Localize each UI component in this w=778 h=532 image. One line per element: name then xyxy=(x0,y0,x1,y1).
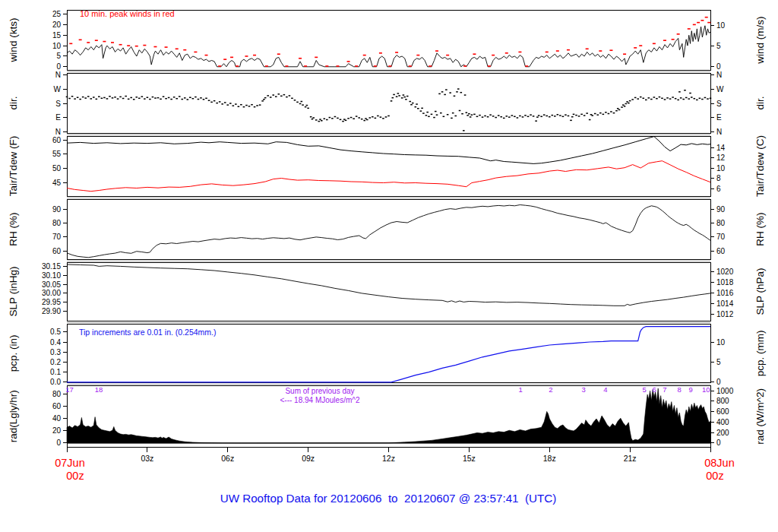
wind-direction-dot xyxy=(306,105,308,106)
wind-peak-dash xyxy=(325,65,328,67)
rad-left-tick-label: 80 xyxy=(52,390,62,398)
wind-peak-dash xyxy=(176,48,179,49)
wind-direction-dot xyxy=(707,98,709,100)
wind-left-tick-label: 20 xyxy=(52,21,62,29)
wind-direction-dot xyxy=(125,96,127,97)
x-tick-label: 03z xyxy=(141,454,153,463)
axis-label-rh-left: RH (%) xyxy=(8,212,19,245)
wind-peak-dash xyxy=(505,52,508,54)
wind-direction-dot xyxy=(299,103,302,105)
wind-direction-dot xyxy=(417,108,419,109)
wind-direction-dot xyxy=(130,97,132,98)
pcp-right-tick-label: 10 xyxy=(716,338,726,347)
wind-direction-dot xyxy=(393,94,395,96)
slp-left-tick-label: 29.90 xyxy=(42,307,61,315)
wind-direction-dot xyxy=(329,117,331,119)
wind-direction-dot xyxy=(454,96,456,97)
wind-direction-dot xyxy=(441,91,444,93)
wind-direction-dot xyxy=(522,116,524,118)
wind-direction-dot xyxy=(365,118,367,119)
wind-direction-dot xyxy=(181,99,183,100)
wind-direction-dot xyxy=(466,115,469,116)
wind-peak-note: 10 min. peak winds in red xyxy=(80,9,175,18)
wind-direction-dot xyxy=(535,120,537,122)
wind-peak-dash xyxy=(492,55,495,56)
wind-direction-dot xyxy=(342,121,344,122)
page-title: UW Rooftop Data for 20120606 to 20120607… xyxy=(220,492,557,505)
temp-left-tick-label: 60 xyxy=(52,136,62,144)
wind-peak-dash xyxy=(285,65,288,67)
wind-direction-dot xyxy=(666,97,669,99)
wind-direction-dot xyxy=(135,97,138,98)
wind-peak-dash xyxy=(586,48,589,49)
wind-direction-dot xyxy=(391,97,394,99)
wind-peak-dash xyxy=(153,46,157,48)
axis-ticks: 05101520250510NESWNNESWN4550556068101214… xyxy=(42,10,734,463)
dir-right-tick-label: N xyxy=(716,128,722,136)
wind-peak-dash xyxy=(379,52,382,54)
wind-peak-dash xyxy=(87,42,90,43)
wind-direction-dot xyxy=(618,109,621,111)
rh-panel-frame xyxy=(67,199,710,259)
axis-label-slp-hpa: SLP (hPa) xyxy=(754,268,766,315)
wind-direction-dot xyxy=(599,112,602,114)
wind-direction-dot xyxy=(444,94,446,96)
wind-direction-dot xyxy=(470,116,472,118)
slp-left-tick-label: 30.00 xyxy=(42,289,61,297)
x-tick-label: 15z xyxy=(463,454,476,463)
wind-direction-dot xyxy=(90,98,92,100)
rh-left-tick-label: 70 xyxy=(52,233,62,241)
wind-direction-dot xyxy=(661,98,663,100)
wind-peak-dash xyxy=(623,53,626,55)
rad-left-tick-label: 20 xyxy=(52,426,62,435)
wind-direction-dot xyxy=(503,118,505,119)
wind-direction-dot xyxy=(701,99,704,100)
wind-direction-dot xyxy=(421,108,423,109)
rad-left-tick-label: 0 xyxy=(56,439,61,447)
dir-right-tick-label: W xyxy=(716,85,724,93)
wind-direction-dot xyxy=(165,98,167,100)
wind-direction-dot xyxy=(147,97,149,97)
wind-left-tick-label: 10 xyxy=(52,42,62,50)
wind-direction-dot xyxy=(347,118,349,119)
wind-direction-dot xyxy=(530,114,532,116)
wind-direction-dot xyxy=(106,98,109,100)
wind-peak-dash xyxy=(705,17,708,18)
wind-direction-dot xyxy=(626,101,628,103)
wind-direction-dot xyxy=(200,97,202,99)
wind-direction-dot xyxy=(216,103,218,104)
wind-direction-dot xyxy=(210,102,213,103)
wind-direction-dot xyxy=(615,110,618,112)
wind-peak-dash xyxy=(205,55,208,56)
wind-direction-dot xyxy=(226,104,229,106)
wind-peak-dash xyxy=(697,22,700,24)
wind-direction-dot xyxy=(433,117,435,119)
axis-label-pcp-mm: pcp. (mm) xyxy=(754,330,766,376)
pcp-left-tick-label: 0.0 xyxy=(50,378,61,386)
temp-left-tick-label: 50 xyxy=(52,164,62,173)
wind-peak-dash xyxy=(253,55,256,56)
x-start-hour-label: 00z xyxy=(66,470,84,482)
wind-peak-dash xyxy=(388,65,391,67)
wind-peak-dash xyxy=(518,52,521,53)
wind-direction-dot xyxy=(401,97,403,99)
wind-peak-dash xyxy=(672,39,675,40)
wind-direction-dot xyxy=(452,112,454,114)
axis-label-rad-wm2: rad (W/m^2) xyxy=(754,388,766,445)
wind-direction-dot xyxy=(487,116,489,118)
wind-direction-dot xyxy=(154,97,157,99)
wind-left-tick-label: 25 xyxy=(52,10,62,18)
wind-direction-dot xyxy=(149,99,151,100)
wind-peak-dash xyxy=(429,65,432,67)
wind-direction-dot xyxy=(498,115,500,116)
x-start-date-label: 07Jun xyxy=(55,457,85,469)
wind-left-tick-label: 15 xyxy=(52,31,62,40)
axis-label-wind-kts: wind (kts) xyxy=(8,18,19,63)
wind-direction-dot xyxy=(425,115,428,116)
wind-direction-dot xyxy=(610,111,612,112)
wind-peak-dash xyxy=(688,28,691,30)
axis-label-dir-left: dir. xyxy=(8,96,19,109)
rad-hour-mark: 3 xyxy=(581,385,585,394)
wind-direction-dot xyxy=(168,97,170,98)
wind-direction-dot xyxy=(554,116,556,117)
